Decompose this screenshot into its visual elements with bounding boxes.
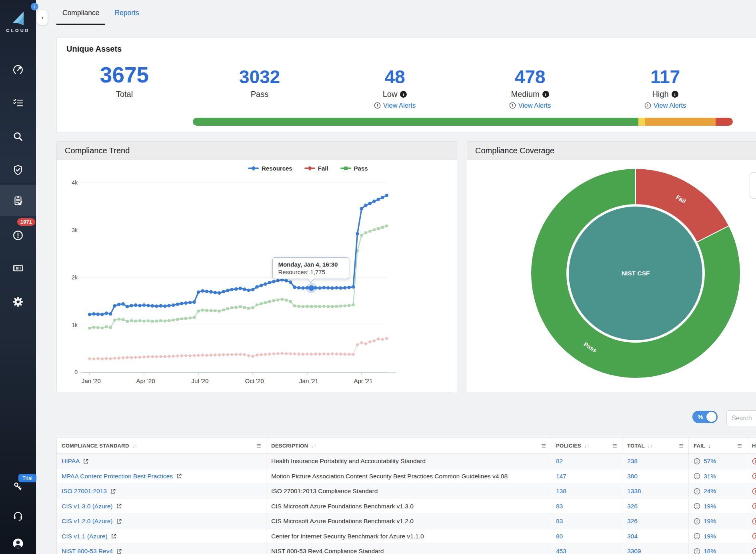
container-icon bbox=[12, 262, 24, 274]
external-link-icon bbox=[116, 503, 122, 509]
column-header-total[interactable]: TOTAL↓↑≡ bbox=[622, 438, 689, 454]
column-menu-icon[interactable]: ≡ bbox=[679, 442, 684, 450]
cell-description: CIS Microsoft Azure Foundations Benchmar… bbox=[266, 499, 551, 514]
policies-link[interactable]: 453 bbox=[556, 548, 566, 554]
column-header-compliance-standard[interactable]: COMPLIANCE STANDARD↓↑≡ bbox=[57, 438, 266, 454]
external-link-icon bbox=[83, 458, 89, 464]
sort-arrows-icon[interactable]: ↓↑ bbox=[584, 443, 590, 449]
sidebar-item-support[interactable] bbox=[0, 505, 36, 526]
total-link[interactable]: 304 bbox=[627, 533, 638, 540]
tab-reports[interactable]: Reports bbox=[108, 5, 145, 25]
trial-badge: Trial bbox=[18, 474, 36, 482]
cell-standard: MPAA Content Protection Best Practices bbox=[57, 469, 266, 484]
legend-item-fail[interactable]: Fail bbox=[304, 165, 328, 172]
column-menu-icon[interactable]: ≡ bbox=[738, 442, 742, 450]
column-menu-icon[interactable]: ≡ bbox=[613, 442, 617, 450]
legend-item-resources[interactable]: Resources bbox=[248, 165, 292, 172]
standard-link[interactable]: CIS v1.3.0 (Azure) bbox=[62, 503, 113, 510]
column-menu-icon[interactable]: ≡ bbox=[542, 442, 546, 450]
sidebar-item-containers[interactable] bbox=[0, 258, 36, 279]
sort-arrows-icon[interactable]: ↓↑ bbox=[648, 443, 653, 449]
stat-label: Pass bbox=[251, 90, 268, 99]
policies-link[interactable]: 82 bbox=[556, 458, 563, 465]
notification-dot[interactable]: › bbox=[31, 3, 38, 10]
sidebar-item-search[interactable] bbox=[0, 126, 36, 147]
policies-link[interactable]: 80 bbox=[556, 533, 563, 540]
view-alerts-link[interactable]: View Alerts bbox=[644, 102, 686, 109]
info-icon[interactable]: i bbox=[672, 91, 678, 98]
policies-link[interactable]: 147 bbox=[556, 473, 566, 480]
standard-link[interactable]: CIS v1.2.0 (Azure) bbox=[62, 518, 113, 525]
cell-standard: CIS v1.1 (Azure) bbox=[57, 529, 266, 544]
standard-link[interactable]: ISO 27001:2013 bbox=[62, 488, 107, 495]
compliance-coverage-panel: Compliance Coverage FailPassNIST CSF bbox=[467, 141, 756, 392]
fail-percent[interactable]: 24% bbox=[704, 488, 716, 495]
legend-item-pass[interactable]: Pass bbox=[340, 165, 368, 172]
total-link[interactable]: 326 bbox=[627, 503, 638, 510]
fail-percent[interactable]: 18% bbox=[704, 548, 716, 554]
info-icon[interactable]: i bbox=[542, 91, 549, 98]
alert-circle-icon bbox=[694, 458, 700, 465]
stat-value: 3675 bbox=[100, 63, 149, 86]
percent-toggle[interactable]: % bbox=[692, 411, 718, 423]
user-avatar-icon bbox=[12, 537, 24, 550]
fail-percent[interactable]: 19% bbox=[704, 533, 716, 540]
total-link[interactable]: 326 bbox=[627, 518, 638, 525]
standard-link[interactable]: MPAA Content Protection Best Practices bbox=[62, 473, 173, 480]
logo-text: CLOUD bbox=[0, 28, 36, 33]
legend-label: Pass bbox=[354, 165, 368, 172]
cell-total: 238 bbox=[622, 454, 689, 469]
sidebar-item-profile[interactable] bbox=[0, 533, 36, 554]
search-input[interactable] bbox=[726, 410, 756, 426]
sidebar-item-compliance[interactable] bbox=[0, 185, 36, 216]
sidebar-expand-button[interactable]: › bbox=[37, 10, 48, 25]
bar-segment-high bbox=[716, 118, 733, 126]
fail-percent[interactable]: 19% bbox=[704, 518, 716, 525]
sidebar-item-settings[interactable] bbox=[0, 291, 36, 312]
column-header-fail[interactable]: FAIL↓≡ bbox=[689, 438, 747, 454]
alert-circle-icon bbox=[752, 518, 756, 525]
standard-link[interactable]: CIS v1.1 (Azure) bbox=[62, 533, 108, 540]
sort-arrows-icon[interactable]: ↓↑ bbox=[311, 443, 316, 449]
alert-circle-icon bbox=[752, 458, 756, 465]
info-icon[interactable]: i bbox=[400, 91, 407, 98]
cell-high bbox=[747, 529, 756, 544]
fail-percent[interactable]: 57% bbox=[704, 458, 716, 465]
sort-desc-icon[interactable]: ↓ bbox=[708, 443, 711, 449]
tooltip-title: Monday, Jan 4, 16:30 bbox=[278, 261, 344, 268]
cell-total: 304 bbox=[622, 529, 689, 544]
standard-link[interactable]: HIPAA bbox=[62, 458, 80, 465]
fail-percent[interactable]: 19% bbox=[704, 503, 716, 510]
view-alerts-link[interactable]: View Alerts bbox=[509, 102, 551, 109]
column-menu-icon[interactable]: ≡ bbox=[257, 442, 261, 450]
view-alerts-link[interactable]: View Alerts bbox=[374, 102, 416, 109]
fail-percent[interactable]: 31% bbox=[704, 473, 716, 480]
external-link-icon bbox=[176, 473, 182, 479]
column-header-description[interactable]: DESCRIPTION↓↑≡ bbox=[266, 438, 551, 454]
clipped-side-control[interactable] bbox=[750, 172, 756, 199]
alert-circle-icon bbox=[752, 548, 756, 554]
total-link[interactable]: 1338 bbox=[627, 488, 641, 495]
tab-compliance[interactable]: Compliance bbox=[56, 5, 105, 25]
policies-link[interactable]: 138 bbox=[556, 488, 566, 495]
toggle-knob bbox=[706, 412, 716, 422]
sort-arrows-icon[interactable]: ↓↑ bbox=[132, 443, 138, 449]
standard-link[interactable]: NIST 800-53 Rev4 bbox=[62, 548, 113, 554]
total-link[interactable]: 238 bbox=[627, 458, 638, 465]
total-link[interactable]: 3309 bbox=[627, 548, 641, 554]
alert-circle-icon bbox=[694, 518, 700, 525]
compliance-clipboard-icon bbox=[12, 195, 24, 207]
sidebar-item-dashboard[interactable] bbox=[0, 60, 36, 80]
total-link[interactable]: 380 bbox=[627, 473, 638, 480]
cell-description: ISO 27001:2013 Compliance Standard bbox=[266, 484, 551, 499]
column-header-policies[interactable]: POLICIES↓↑≡ bbox=[551, 438, 622, 454]
column-header-h[interactable]: H bbox=[747, 438, 756, 454]
sidebar-item-security[interactable] bbox=[0, 160, 36, 181]
table-row: HIPAAHealth Insurance Portability and Ac… bbox=[57, 454, 756, 469]
sidebar-item-alerts[interactable] bbox=[0, 225, 36, 246]
policies-link[interactable]: 83 bbox=[556, 503, 563, 510]
policies-link[interactable]: 83 bbox=[556, 518, 563, 525]
sidebar-item-policies[interactable] bbox=[0, 92, 36, 113]
coverage-donut-chart: FailPassNIST CSF bbox=[467, 160, 756, 392]
alert-circle-icon bbox=[694, 488, 700, 495]
